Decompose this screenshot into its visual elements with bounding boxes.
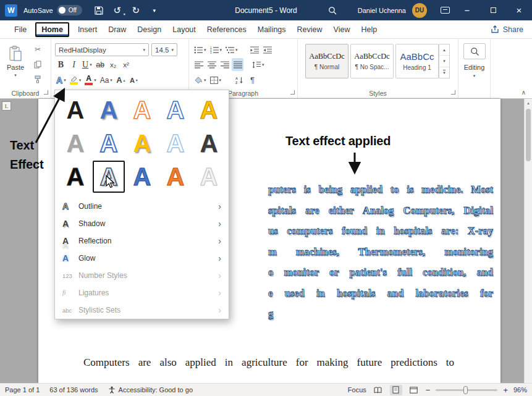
subscript-button[interactable]: x₂ (108, 58, 119, 71)
tab-stop-selector[interactable]: L (2, 101, 11, 111)
style-normal[interactable]: AaBbCcDc ¶ Normal (305, 44, 348, 78)
print-layout-button[interactable] (390, 385, 402, 395)
styles-scroll-down-button[interactable]: ▾ (439, 56, 449, 67)
text-effect-style-13[interactable]: A (126, 161, 158, 193)
font-color-button[interactable]: A ▾ (83, 74, 98, 86)
effects-menu-item-shadow[interactable]: AShadow› (55, 215, 229, 232)
borders-button[interactable]: ▾ (209, 74, 223, 86)
justify-button[interactable] (232, 58, 243, 71)
styles-dialog-launcher[interactable] (451, 90, 455, 95)
text-effect-style-6[interactable]: A (59, 127, 91, 159)
save-button[interactable] (90, 2, 108, 19)
text-effect-style-1[interactable]: A (59, 94, 91, 126)
styles-scroll-up-button[interactable]: ▴ (439, 44, 449, 56)
search-button[interactable] (322, 2, 343, 19)
text-effect-style-7[interactable]: A (93, 127, 125, 159)
zoom-level[interactable]: 96% (513, 386, 527, 394)
cut-button[interactable]: ✂ (31, 44, 44, 55)
word-logo-icon[interactable]: W (5, 4, 17, 17)
tab-design[interactable]: Design (132, 22, 167, 37)
scroll-up-icon[interactable]: ▴ (525, 99, 532, 106)
zoom-slider-thumb[interactable] (463, 386, 468, 394)
text-effect-style-11[interactable]: A (59, 161, 91, 193)
focus-button[interactable]: Focus (348, 386, 366, 394)
text-effect-style-12[interactable]: A (93, 161, 125, 193)
align-center-button[interactable] (206, 58, 217, 71)
format-painter-button[interactable] (31, 74, 44, 85)
read-mode-button[interactable] (372, 385, 384, 395)
scrollbar-thumb[interactable] (526, 109, 531, 161)
tab-home[interactable]: Home (35, 22, 69, 37)
sort-button[interactable]: AZ (234, 74, 245, 86)
tab-draw[interactable]: Draw (103, 22, 132, 37)
maximize-button[interactable] (480, 0, 506, 20)
user-name[interactable]: Daniel Uchenna (358, 7, 406, 14)
shading-button[interactable]: ▾ (193, 74, 208, 86)
font-name-combobox[interactable]: RedHatDisplay ▾ (55, 43, 149, 56)
customize-toolbar-button[interactable]: ▾ (145, 2, 164, 19)
style-no-spacing[interactable]: AaBbCcDc ¶ No Spac... (350, 44, 394, 78)
underline-button[interactable]: U▾ (81, 58, 93, 71)
minimize-button[interactable]: − (454, 0, 480, 20)
multilevel-list-button[interactable]: ▾ (224, 43, 239, 56)
show-paragraph-marks-button[interactable]: ¶ (247, 74, 258, 86)
editing-menu-button[interactable]: Editing (458, 64, 490, 71)
text-effects-button[interactable]: A▾ (55, 74, 67, 86)
ribbon-display-options-button[interactable] (436, 2, 454, 19)
find-button[interactable] (463, 43, 486, 59)
page-indicator[interactable]: Page 1 of 1 (5, 386, 40, 394)
grow-font-button[interactable]: A▴ (115, 74, 127, 86)
word-count[interactable]: 63 of 136 words (49, 386, 98, 394)
shrink-font-button[interactable]: A▾ (128, 74, 140, 86)
numbering-button[interactable]: 123▾ (209, 43, 224, 56)
web-layout-button[interactable] (408, 385, 420, 395)
text-effect-style-5[interactable]: A (193, 94, 225, 126)
highlight-color-button[interactable]: ▾ (69, 74, 83, 86)
bullets-button[interactable]: ▾ (193, 43, 208, 56)
text-effect-style-15[interactable]: A (193, 161, 225, 193)
superscript-button[interactable]: x² (120, 58, 132, 71)
tab-insert[interactable]: Insert (72, 22, 103, 37)
paste-button[interactable]: Paste ▾ (4, 43, 27, 88)
chevron-down-icon[interactable]: ▾ (458, 74, 490, 78)
styles-gallery-expand-button[interactable]: ▾ (439, 67, 449, 78)
autosave-toggle[interactable]: Off (57, 5, 82, 15)
zoom-slider[interactable] (436, 389, 497, 391)
text-effect-style-8[interactable]: A (126, 127, 158, 159)
zoom-in-button[interactable]: + (503, 385, 508, 395)
paragraph-dialog-launcher[interactable] (290, 90, 295, 95)
line-spacing-button[interactable]: ▾ (251, 58, 266, 71)
tab-help[interactable]: Help (355, 22, 382, 37)
text-effect-style-9[interactable]: A (159, 127, 192, 159)
share-button[interactable]: Share (491, 25, 523, 34)
text-effect-style-3[interactable]: A (126, 94, 158, 126)
undo-button[interactable]: ↺▾ (108, 2, 127, 19)
close-button[interactable]: × (506, 0, 532, 20)
effects-menu-item-glow[interactable]: AGlow› (55, 250, 229, 267)
tab-references[interactable]: References (201, 22, 252, 37)
style-heading-1[interactable]: AaBbCc Heading 1 (395, 44, 439, 78)
copy-button[interactable] (31, 59, 44, 70)
clipboard-dialog-launcher[interactable] (44, 90, 48, 95)
increase-indent-button[interactable] (262, 43, 274, 56)
text-effect-style-2[interactable]: A (93, 94, 125, 126)
accessibility-status[interactable]: Accessibility: Good to go (108, 386, 193, 394)
vertical-scrollbar[interactable]: ▴ (524, 99, 532, 383)
font-size-combobox[interactable]: 14.5 ▾ (151, 43, 177, 56)
redo-button[interactable]: ↻ (127, 2, 145, 19)
collapse-ribbon-button[interactable]: ∧ (521, 89, 526, 96)
user-avatar[interactable]: DU (412, 3, 427, 18)
align-left-button[interactable] (193, 58, 205, 71)
bold-button[interactable]: B (55, 58, 67, 71)
change-case-button[interactable]: Aa▾ (99, 74, 114, 86)
tab-review[interactable]: Review (292, 22, 328, 37)
effects-menu-item-reflection[interactable]: AReflection› (55, 232, 229, 250)
decrease-indent-button[interactable] (249, 43, 261, 56)
text-effect-style-14[interactable]: A (159, 161, 192, 193)
tab-view[interactable]: View (328, 22, 356, 37)
text-effect-style-4[interactable]: A (159, 94, 192, 126)
zoom-out-button[interactable]: − (426, 385, 431, 395)
italic-button[interactable]: I (68, 58, 80, 71)
tab-file[interactable]: File (9, 22, 32, 37)
tab-mailings[interactable]: Mailings (252, 22, 292, 37)
